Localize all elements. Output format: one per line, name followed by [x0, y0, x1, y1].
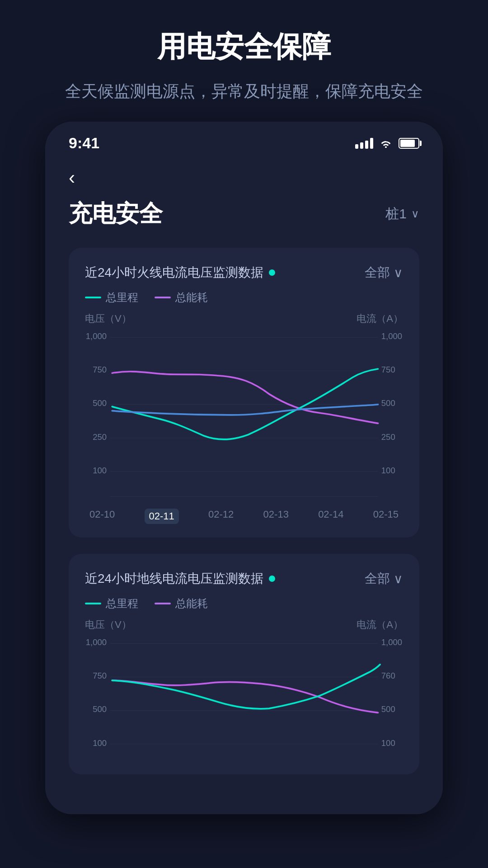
- x-label-1: 02-11: [145, 509, 179, 524]
- chevron-down-icon: ∨: [411, 208, 419, 220]
- svg-text:250: 250: [381, 432, 395, 442]
- card-header-1: 近24小时火线电流电压监测数据 全部 ∨: [85, 264, 403, 281]
- pile-selector-label: 桩1: [385, 205, 407, 223]
- chart-lines-2: 1,000 750 500 100 1,000 760 500 100: [85, 635, 403, 761]
- legend-line-purple-2: [155, 603, 171, 604]
- status-icons: [355, 138, 419, 149]
- pile-selector[interactable]: 桩1 ∨: [385, 205, 419, 223]
- svg-text:1,000: 1,000: [86, 637, 107, 647]
- signal-icon: [355, 138, 373, 149]
- svg-text:750: 750: [93, 365, 107, 374]
- svg-text:760: 760: [381, 671, 395, 680]
- legend-1: 总里程 总能耗: [85, 290, 403, 305]
- filter-button-2[interactable]: 全部 ∨: [365, 570, 403, 587]
- filter-chevron-icon-2: ∨: [394, 571, 403, 586]
- svg-text:750: 750: [93, 671, 107, 680]
- card-title-1: 近24小时火线电流电压监测数据: [85, 264, 263, 281]
- status-dot-1: [269, 269, 275, 276]
- legend-label-energy-1: 总能耗: [175, 290, 208, 305]
- svg-text:100: 100: [93, 466, 107, 475]
- status-dot-2: [269, 576, 275, 582]
- x-label-5: 02-15: [373, 509, 399, 524]
- svg-text:1,000: 1,000: [86, 331, 107, 341]
- filter-label-2: 全部: [365, 570, 390, 587]
- y-label-left-2: 电压（V）: [85, 618, 131, 632]
- chart-area-2: 电压（V） 电流（A） 1,000 750 500 100: [85, 618, 403, 761]
- svg-text:500: 500: [93, 398, 107, 408]
- legend-line-green-2: [85, 603, 101, 604]
- wifi-icon: [380, 139, 392, 148]
- svg-text:500: 500: [93, 704, 107, 714]
- svg-text:100: 100: [381, 738, 395, 748]
- battery-icon: [399, 138, 419, 149]
- legend-line-purple-1: [155, 297, 171, 298]
- x-axis-1: 02-10 02-11 02-12 02-13 02-14 02-15: [85, 509, 403, 524]
- svg-text:100: 100: [381, 466, 395, 475]
- promo-section: 用电安全保障 全天候监测电源点，异常及时提醒，保障充电安全: [0, 0, 488, 122]
- page-title: 充电安全: [69, 198, 163, 230]
- svg-text:250: 250: [93, 432, 107, 442]
- svg-text:1,000: 1,000: [381, 331, 402, 341]
- svg-text:1,000: 1,000: [381, 637, 402, 647]
- legend-item-energy-2: 总能耗: [155, 596, 208, 611]
- legend-2: 总里程 总能耗: [85, 596, 403, 611]
- legend-item-mileage-2: 总里程: [85, 596, 138, 611]
- legend-line-green-1: [85, 297, 101, 298]
- legend-label-mileage-2: 总里程: [106, 596, 138, 611]
- legend-label-mileage-1: 总里程: [106, 290, 138, 305]
- chart-card-1: 近24小时火线电流电压监测数据 全部 ∨ 总里程 总能耗: [69, 248, 419, 538]
- chart-lines-1: 1,000 750 500 250 100 1,000 750 500 250 …: [85, 329, 403, 505]
- x-label-4: 02-14: [318, 509, 343, 524]
- svg-text:500: 500: [381, 704, 395, 714]
- x-label-2: 02-12: [208, 509, 234, 524]
- filter-button-1[interactable]: 全部 ∨: [365, 264, 403, 281]
- svg-text:750: 750: [381, 365, 395, 374]
- y-label-right-2: 电流（A）: [357, 618, 403, 632]
- chart-area-1: 电压（V） 电流（A） 1,000 750: [85, 312, 403, 524]
- y-label-left-1: 电压（V）: [85, 312, 131, 326]
- back-button[interactable]: ‹: [69, 168, 75, 187]
- chart-svg-1: 1,000 750 500 250 100 1,000 750 500 250 …: [85, 329, 403, 505]
- card-title-2: 近24小时地线电流电压监测数据: [85, 570, 263, 587]
- filter-chevron-icon: ∨: [394, 265, 403, 280]
- status-time: 9:41: [69, 134, 99, 152]
- phone-mockup: 9:41 ‹ 充电安全 桩1 ∨: [45, 122, 443, 814]
- promo-sub-title: 全天候监测电源点，异常及时提醒，保障充电安全: [27, 79, 461, 104]
- app-content: ‹ 充电安全 桩1 ∨ 近24小时火线电流电压监测数据 全部 ∨: [45, 159, 443, 814]
- chart-card-2: 近24小时地线电流电压监测数据 全部 ∨ 总里程 总能耗: [69, 554, 419, 774]
- status-bar: 9:41: [45, 122, 443, 159]
- x-label-0: 02-10: [89, 509, 115, 524]
- legend-item-mileage-1: 总里程: [85, 290, 138, 305]
- y-label-right-1: 电流（A）: [357, 312, 403, 326]
- svg-text:100: 100: [93, 738, 107, 748]
- chart-svg-2: 1,000 750 500 100 1,000 760 500 100: [85, 635, 403, 761]
- x-label-3: 02-13: [263, 509, 289, 524]
- legend-label-energy-2: 总能耗: [175, 596, 208, 611]
- legend-item-energy-1: 总能耗: [155, 290, 208, 305]
- card-header-2: 近24小时地线电流电压监测数据 全部 ∨: [85, 570, 403, 587]
- svg-text:500: 500: [381, 398, 395, 408]
- page-header: 充电安全 桩1 ∨: [69, 198, 419, 230]
- filter-label-1: 全部: [365, 264, 390, 281]
- promo-main-title: 用电安全保障: [27, 27, 461, 66]
